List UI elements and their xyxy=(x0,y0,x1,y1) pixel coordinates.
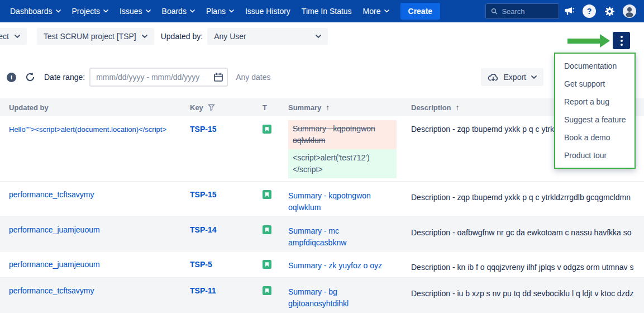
refresh-button[interactable] xyxy=(25,72,35,82)
nav-item-boards[interactable]: Boards xyxy=(156,0,201,22)
nav-item-label: Projects xyxy=(72,7,101,16)
table-row: performance_juamjeuoum TSP-14 Summary - … xyxy=(0,217,644,252)
project-select[interactable]: Test SCRUM project [TSP] xyxy=(37,28,154,45)
menu-item-get-support[interactable]: Get support xyxy=(555,75,635,93)
issue-key-link[interactable]: TSP-15 xyxy=(190,190,216,199)
chevron-down-icon xyxy=(316,35,321,39)
summary-link[interactable]: Summary - zk yuyfoz o oyz xyxy=(288,261,382,270)
search-icon xyxy=(491,7,498,16)
project-type-label: ject xyxy=(0,32,9,41)
export-icon xyxy=(488,73,499,82)
issue-key-link[interactable]: TSP-15 xyxy=(190,125,216,134)
chevron-down-icon xyxy=(103,10,108,13)
chevron-down-icon xyxy=(531,75,537,79)
nav-item-issues[interactable]: Issues xyxy=(114,0,156,22)
description-text: Description - zqp tbupemd yxkk p q c ytr… xyxy=(411,182,644,216)
sort-ascending-icon[interactable]: ↑ xyxy=(456,103,460,112)
date-range-input[interactable] xyxy=(89,68,228,87)
updated-by-link[interactable]: performance_juamjeuoum xyxy=(9,260,100,269)
kebab-menu-button[interactable] xyxy=(613,32,630,49)
profile-button[interactable] xyxy=(619,1,640,21)
header-key: Key xyxy=(190,103,263,112)
export-label: Export xyxy=(504,73,526,82)
refresh-icon xyxy=(25,72,35,82)
header-type: T xyxy=(263,103,288,112)
summary-new-value: <script>alert('test712') </script> xyxy=(288,149,397,178)
updated-by-link[interactable]: performance_juamjeuoum xyxy=(9,225,100,234)
table-toolbar: i Date range: Any dates Export xyxy=(0,67,644,87)
summary-link[interactable]: Summary - mc ampfdiqcasbknw xyxy=(288,226,346,247)
updated-by-select[interactable]: Any User xyxy=(207,28,328,45)
export-button[interactable]: Export xyxy=(481,68,543,86)
story-type-icon xyxy=(263,260,271,269)
settings-button[interactable] xyxy=(599,1,619,21)
project-select-value: Test SCRUM project [TSP] xyxy=(44,32,136,41)
menu-item-suggest-a-feature[interactable]: Suggest a feature xyxy=(555,111,635,129)
issue-key-link[interactable]: TSP-5 xyxy=(190,260,212,269)
app-window: Dashboards Projects Issues Boards Plans … xyxy=(0,0,644,313)
header-updated-by: Updated by xyxy=(0,103,190,112)
table-row: performance_tcftsavymy TSP-11 Summary - … xyxy=(0,278,644,313)
table-row: performance_juamjeuoum TSP-5 Summary - z… xyxy=(0,252,644,278)
menu-item-report-a-bug[interactable]: Report a bug xyxy=(555,93,635,111)
summary-link[interactable]: Summary - kqpotngwon oqlwklum xyxy=(288,191,371,212)
date-range-label: Date range: xyxy=(44,73,85,82)
nav-item-plans[interactable]: Plans xyxy=(201,0,240,22)
calendar-icon[interactable] xyxy=(213,72,223,84)
nav-item-label: Issues xyxy=(120,7,142,16)
chevron-down-icon xyxy=(142,35,147,39)
info-icon[interactable]: i xyxy=(7,73,16,82)
sort-ascending-icon[interactable]: ↑ xyxy=(326,103,330,112)
top-navigation-bar: Dashboards Projects Issues Boards Plans … xyxy=(0,0,644,22)
chevron-down-icon xyxy=(190,10,195,13)
chevron-down-icon xyxy=(384,10,389,13)
chevron-down-icon xyxy=(229,10,234,13)
story-type-icon xyxy=(263,125,271,134)
gear-icon xyxy=(604,6,615,17)
help-button[interactable]: ? xyxy=(579,1,599,21)
nav-item-more[interactable]: More xyxy=(357,0,395,22)
chevron-down-icon xyxy=(56,10,61,13)
summary-link[interactable]: Summary - bg gbjtoanosyhtdihkl xyxy=(288,287,349,308)
table-header: Updated by Key T Summary ↑ Description ↑ xyxy=(0,98,644,116)
menu-item-book-a-demo[interactable]: Book a demo xyxy=(555,129,635,146)
filter-icon[interactable] xyxy=(208,104,215,111)
announcement-button[interactable] xyxy=(559,1,579,21)
story-type-icon xyxy=(263,286,271,295)
story-type-icon xyxy=(263,225,271,234)
updated-by-select-value: Any User xyxy=(214,32,246,41)
nav-item-dashboards[interactable]: Dashboards xyxy=(4,0,66,22)
updated-by-filter-label: Updated by: xyxy=(161,32,203,41)
story-type-icon xyxy=(263,190,271,199)
table-row: performance_tcftsavymy TSP-15 Summary - … xyxy=(0,182,644,217)
description-text: Description - kn ib f o qqqjzvreny ilhf … xyxy=(411,252,644,277)
nav-item-label: Issue History xyxy=(245,7,290,16)
search-input[interactable] xyxy=(502,7,554,16)
nav-item-issue-history[interactable]: Issue History xyxy=(240,0,296,22)
updated-by-link[interactable]: Hello""><script>alert(document.location)… xyxy=(9,125,166,134)
filter-bar: ject Test SCRUM project [TSP] Updated by… xyxy=(0,22,644,50)
menu-item-product-tour[interactable]: Product tour xyxy=(555,146,635,164)
header-summary: Summary ↑ xyxy=(288,103,411,112)
create-button[interactable]: Create xyxy=(400,3,441,20)
chevron-down-icon xyxy=(15,35,20,39)
chevron-down-icon xyxy=(146,10,151,13)
summary-old-value: Summary - kqpotngwon oqlwklum xyxy=(288,120,397,149)
more-actions-menu: Documentation Get support Report a bug S… xyxy=(554,53,636,169)
any-dates-text: Any dates xyxy=(236,73,270,82)
description-text: Description - iu b xzp s nv pu tq dd sev… xyxy=(411,278,644,313)
nav-item-label: Time In Status xyxy=(302,7,352,16)
issue-key-link[interactable]: TSP-14 xyxy=(190,225,216,234)
issue-key-link[interactable]: TSP-11 xyxy=(190,286,216,295)
date-range-field xyxy=(89,68,228,87)
updated-by-link[interactable]: performance_tcftsavymy xyxy=(9,190,94,199)
table-row: Hello""><script>alert(document.location)… xyxy=(0,116,644,182)
project-type-select[interactable]: ject xyxy=(0,28,27,45)
nav-item-projects[interactable]: Projects xyxy=(66,0,115,22)
nav-item-time-in-status[interactable]: Time In Status xyxy=(296,0,357,22)
updated-by-link[interactable]: performance_tcftsavymy xyxy=(9,286,94,295)
help-icon: ? xyxy=(583,4,596,18)
search-box[interactable] xyxy=(485,3,559,19)
menu-item-documentation[interactable]: Documentation xyxy=(555,57,635,75)
kebab-icon xyxy=(621,36,623,38)
